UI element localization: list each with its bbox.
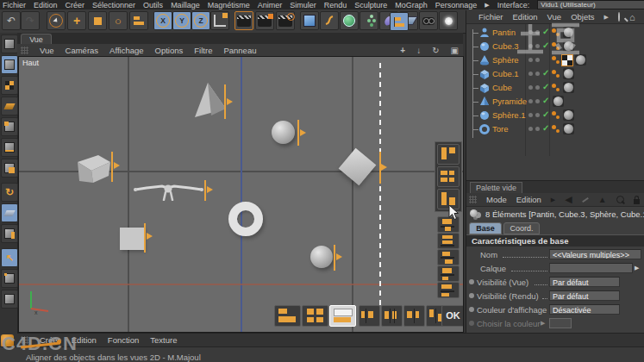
align-axis-y-button[interactable] — [302, 305, 328, 327]
layer-tag-icon[interactable] — [552, 111, 556, 115]
menu-creer[interactable]: Créer — [66, 1, 85, 9]
menu-rendu[interactable]: Rendu — [324, 1, 347, 9]
section-header[interactable]: Caractéristiques de base — [466, 234, 644, 247]
toggle-view-icon[interactable]: ▣ — [451, 46, 459, 55]
interface-layout-select[interactable]: Vidu1 (Utilisateur) — [537, 0, 644, 9]
distribute-right-button[interactable] — [403, 305, 425, 327]
align-tool-active-icon[interactable] — [390, 12, 409, 31]
material-tag-icon[interactable] — [563, 82, 574, 93]
object-row-cube1[interactable]: Cube.1 — [466, 67, 644, 81]
mat-menu-texture[interactable]: Texture — [150, 335, 177, 345]
add-modeling-object-icon[interactable] — [360, 11, 378, 30]
distribute-center-button[interactable] — [381, 305, 403, 327]
plane-object[interactable] — [120, 228, 144, 250]
ok-button[interactable]: OK — [441, 305, 464, 327]
rotate-view-icon[interactable]: ↻ — [432, 46, 439, 55]
menu-sculpture[interactable]: Sculpture — [354, 1, 387, 9]
menu-mograph[interactable]: MoGraph — [395, 1, 428, 9]
object-row-tore[interactable]: Tore — [466, 122, 644, 136]
menu-edition[interactable]: Edition — [34, 1, 58, 9]
undo-icon[interactable]: ↶ — [2, 11, 21, 30]
figure-object-pantin[interactable] — [133, 178, 209, 201]
menu-simuler[interactable]: Simuler — [290, 1, 316, 9]
quantize-icon[interactable] — [1, 269, 18, 288]
enabled-check-icon[interactable] — [542, 123, 549, 133]
grip-icon[interactable] — [469, 196, 477, 203]
menu-animer[interactable]: Animer — [258, 1, 283, 9]
chevron-right-icon[interactable]: ▶ — [604, 14, 609, 21]
model-mode-icon[interactable] — [1, 55, 18, 74]
tab-coord[interactable]: Coord. — [503, 222, 540, 234]
layer-tag-icon[interactable] — [552, 125, 556, 129]
menu-magnetisme[interactable]: Magnétisme — [208, 1, 250, 9]
scale-tool-icon[interactable] — [88, 11, 107, 30]
cube-object-left[interactable] — [76, 152, 114, 184]
layer-tag-icon[interactable] — [552, 84, 556, 88]
texture-mode-icon[interactable] — [1, 76, 18, 95]
align-axis-z-button-active[interactable] — [329, 305, 356, 327]
object-row-cube[interactable]: Cube — [466, 81, 644, 95]
enabled-check-icon[interactable] — [542, 82, 549, 91]
add-light-icon[interactable] — [439, 11, 458, 30]
layer-tag-icon[interactable] — [552, 70, 556, 74]
keyframe-dot-icon[interactable] — [469, 293, 474, 298]
align-option-3-button[interactable] — [437, 249, 460, 265]
align-mode-2-button[interactable] — [437, 166, 460, 187]
vp-menu-affichage[interactable]: Affichage — [109, 46, 143, 55]
lock-x-axis-icon[interactable]: X — [153, 11, 172, 30]
search-icon[interactable] — [616, 196, 624, 203]
lock-z-axis-icon[interactable]: Z — [191, 11, 210, 30]
am-menu-mode[interactable]: Mode — [486, 195, 507, 204]
home-icon[interactable]: ⌂ — [629, 12, 635, 22]
palette-vide-tab[interactable]: Palette vide — [470, 182, 522, 194]
align-option-5-button[interactable] — [437, 282, 460, 298]
cube-object-right[interactable] — [339, 148, 377, 186]
last-tool-icon[interactable] — [129, 11, 148, 30]
material-tag-icon[interactable] — [563, 68, 574, 79]
workplane-mode-icon[interactable] — [1, 97, 18, 115]
points-mode-icon[interactable] — [1, 117, 18, 136]
add-primitive-icon[interactable] — [300, 11, 319, 30]
normal-move-icon[interactable] — [1, 224, 18, 243]
live-selection-icon[interactable] — [47, 11, 66, 30]
layer-picker-arrow-icon[interactable]: ▶ — [635, 265, 639, 272]
align-mode-1-button[interactable] — [437, 144, 460, 165]
add-subdivision-surface-icon[interactable] — [340, 11, 359, 30]
tab-base[interactable]: Base — [469, 222, 502, 234]
sphere-object[interactable] — [272, 121, 295, 144]
history-back-icon[interactable]: ◀ — [565, 194, 572, 205]
name-field[interactable]: <<Valeurs multiples>> — [549, 249, 641, 259]
viewport-canvas[interactable]: Haut — [18, 56, 464, 333]
lock-icon[interactable] — [634, 199, 640, 204]
sphere-object-2[interactable] — [310, 246, 333, 268]
enabled-check-icon[interactable] — [542, 96, 549, 105]
zoom-view-icon[interactable]: ↓ — [416, 46, 421, 55]
expand-arrow-icon[interactable]: ▶ — [541, 320, 545, 327]
polygons-mode-icon[interactable] — [1, 159, 18, 178]
object-row-pyramide[interactable]: Pyramide — [466, 95, 644, 109]
grip-icon[interactable] — [21, 47, 28, 54]
workplane-icon[interactable] — [1, 203, 18, 222]
om-menu-fichier[interactable]: Fichier — [478, 12, 503, 22]
history-forward-icon[interactable] — [582, 197, 589, 202]
object-row-sphere1[interactable]: Sphère.1 — [466, 109, 644, 122]
add-camera-icon[interactable] — [419, 11, 438, 30]
lock-y-axis-icon[interactable]: Y — [172, 11, 191, 30]
align-option-2-button[interactable] — [437, 233, 460, 249]
edit-render-settings-icon[interactable] — [276, 11, 295, 30]
menu-outils[interactable]: Outils — [143, 1, 163, 9]
search-icon[interactable] — [618, 12, 620, 22]
menu-fichier[interactable]: Fichier — [3, 1, 26, 9]
material-tag-icon[interactable] — [563, 123, 574, 134]
vp-menu-panneau[interactable]: Panneau — [223, 46, 256, 55]
enabled-check-icon[interactable] — [542, 68, 549, 78]
pyramid-object[interactable] — [193, 81, 228, 121]
parent-up-icon[interactable]: ▲ — [598, 195, 607, 204]
visibility-render-select[interactable]: Par défaut — [549, 290, 620, 301]
keyframe-dot-icon[interactable] — [469, 279, 474, 284]
enable-axis-icon[interactable]: ↻ — [1, 183, 18, 202]
coordinate-system-icon[interactable] — [210, 11, 229, 30]
visibility-view-select[interactable]: Par défaut — [549, 277, 620, 287]
menu-selectionner[interactable]: Sélectionner — [92, 1, 135, 9]
vp-menu-cameras[interactable]: Caméras — [66, 46, 99, 55]
